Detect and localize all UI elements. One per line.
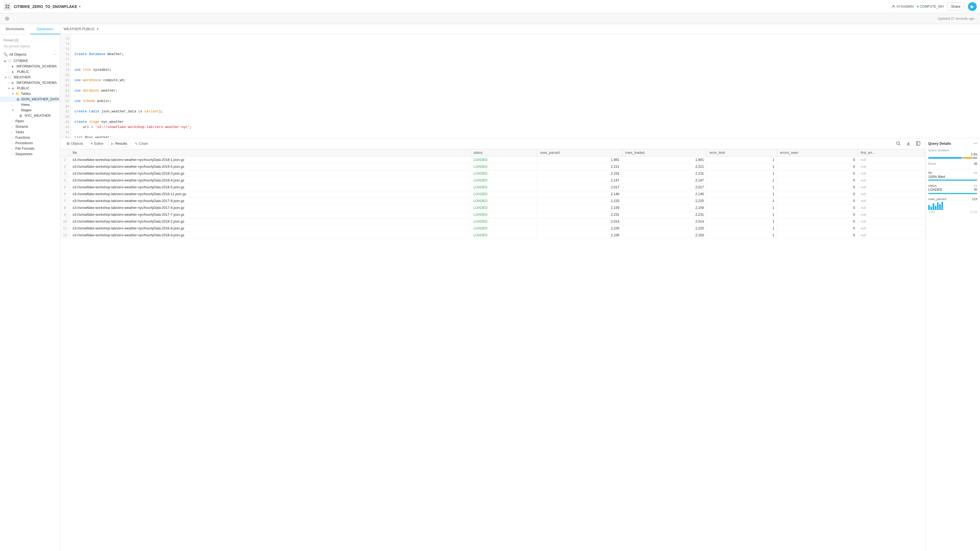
results-panel: ⊞ Objects ≡ Editor ▷ Results ∿: [60, 138, 980, 551]
mini-bar-5: [937, 202, 939, 210]
col-header-status[interactable]: status: [471, 149, 537, 156]
tree-item-pipes[interactable]: › Pipes: [0, 118, 60, 124]
cell-rows-parsed: 2,140: [537, 191, 622, 197]
objects-tab-btn[interactable]: ⊞ Objects: [64, 140, 86, 147]
cell-status: LOADED: [471, 225, 537, 232]
folder-icon: 📁: [15, 92, 20, 96]
tree-item-nyc-weather[interactable]: ▦ NYC_WEATHER: [0, 113, 60, 118]
col-header-rows-parsed[interactable]: rows_parsed: [537, 149, 622, 156]
cell-rownum: 10: [60, 218, 70, 225]
results-icon: ▷: [111, 142, 114, 146]
run-button[interactable]: ▶: [968, 2, 977, 11]
table-icon: ▦: [16, 97, 19, 101]
expand-button[interactable]: [914, 140, 922, 148]
toolbar2: Updated 27 seconds ago ↑: [0, 13, 980, 24]
tree-item-sequences[interactable]: › Sequences: [0, 151, 60, 157]
tab-databases[interactable]: Databases: [30, 24, 60, 34]
col-status-count: 36: [974, 188, 977, 193]
tree-item-json-weather-data[interactable]: ▦ JSON_WEATHER_DATA: [0, 97, 60, 102]
tree-item-citibike[interactable]: ▶ ⬡ CITIBIKE: [0, 58, 60, 64]
tasks-label: Tasks: [15, 130, 24, 134]
tree-item-tasks[interactable]: › Tasks: [0, 129, 60, 135]
objects-label: Objects: [71, 142, 83, 146]
tree-item-stages[interactable]: ▼ Stages: [0, 107, 60, 113]
expand-icon: ›: [11, 120, 14, 123]
warehouse-info: COMPUTE_WH: [917, 5, 944, 8]
results-tab-btn[interactable]: ▷ Results: [108, 140, 130, 147]
code-content[interactable]: Create Database Weather; use role sysadm…: [71, 34, 980, 138]
table-row: 4 s3://snowflake-workshop-lab/zero-weath…: [60, 177, 925, 184]
col-header-file[interactable]: file: [70, 149, 470, 156]
cell-rownum: 12: [60, 232, 70, 239]
tree-item-views[interactable]: › Views: [0, 102, 60, 107]
col-header-error-limit[interactable]: error_limit: [707, 149, 777, 156]
editor-tab-btn[interactable]: ≡ Editor: [88, 140, 107, 147]
search-button[interactable]: [894, 140, 902, 148]
chart-tab-btn[interactable]: ∿ Chart: [132, 140, 151, 147]
weather-info-schema-label: INFORMATION_SCHEMA: [16, 81, 57, 85]
download-button[interactable]: [904, 140, 912, 148]
cell-rownum: 6: [60, 191, 70, 197]
tree-item-citibike-info-schema[interactable]: › ◈ INFORMATION_SCHEMA: [0, 64, 60, 69]
tree-item-tables[interactable]: ▼ 📁 Tables: [0, 91, 60, 97]
tree-item-procedures[interactable]: › Procedures: [0, 140, 60, 146]
tree-item-functions[interactable]: › Functions: [0, 135, 60, 140]
query-details-more-icon[interactable]: ···: [974, 141, 977, 146]
rows-metric: Rows 36: [928, 162, 977, 166]
cell-error-limit: 1: [707, 211, 777, 218]
col-rows-parsed-metric: rows_parsed 123: [928, 197, 977, 213]
cell-file: s3://snowflake-workshop-lab/zero-weather…: [70, 204, 470, 211]
citibike-info-schema-label: INFORMATION_SCHEMA: [16, 64, 57, 68]
sidebar-tabs: Worksheets Databases: [0, 24, 60, 35]
tree-item-streams[interactable]: › Streams: [0, 124, 60, 129]
table-header: file status rows_parsed rows_loaded erro…: [60, 149, 925, 156]
tab-worksheets[interactable]: Worksheets: [0, 24, 30, 34]
cell-rows-parsed: 2,231: [537, 170, 622, 177]
tree-item-weather[interactable]: ▼ ⬡ WEATHER: [0, 75, 60, 80]
tree-item-citibike-public[interactable]: › ◈ PUBLIC: [0, 69, 60, 75]
table-row: 6 s3://snowflake-workshop-lab/zero-weath…: [60, 191, 925, 197]
tree-item-weather-info-schema[interactable]: › ◈ INFORMATION_SCHEMA: [0, 80, 60, 86]
all-objects-row[interactable]: 🔍 All Objects ···: [0, 51, 60, 58]
query-duration-metric: Query duration 1.6s: [928, 148, 977, 159]
mini-chart-max: 2,232: [970, 210, 977, 213]
tree-item-file-formats[interactable]: › File Formats: [0, 146, 60, 151]
table-row: 9 s3://snowflake-workshop-lab/zero-weath…: [60, 211, 925, 218]
col-header-rows-loaded[interactable]: rows_loaded: [622, 149, 707, 156]
editor-schema[interactable]: WEATHER.PUBLIC ▼: [64, 27, 99, 31]
query-details-title: Query Details: [928, 142, 951, 146]
cell-file: s3://snowflake-workshop-lab/zero-weather…: [70, 156, 470, 163]
status-dot: [917, 6, 919, 7]
cell-status: LOADED: [471, 156, 537, 163]
cell-rows-parsed: 2,159: [537, 204, 622, 211]
share-button[interactable]: Share: [947, 2, 965, 10]
all-objects-more-icon[interactable]: ···: [53, 52, 57, 57]
app-title[interactable]: CITIBIKE_ZERO_TO_SNOWFLAKE ▼: [14, 5, 81, 9]
cell-first-error: null: [858, 170, 925, 177]
chart-label: Chart: [139, 142, 148, 146]
topbar: CITIBIKE_ZERO_TO_SNOWFLAKE ▼ SYSADMIN CO…: [0, 0, 980, 13]
cell-error-limit: 1: [707, 204, 777, 211]
svg-point-5: [897, 142, 899, 145]
tree-item-weather-public[interactable]: ▼ ◈ PUBLIC: [0, 86, 60, 91]
cell-status: LOADED: [471, 177, 537, 184]
cell-file: s3://snowflake-workshop-lab/zero-weather…: [70, 184, 470, 191]
cell-first-error: null: [858, 218, 925, 225]
query-details-panel: Query Details ··· Query duration 1.6s: [925, 138, 980, 551]
schema-icon: ◈: [11, 81, 15, 85]
table-row: 10 s3://snowflake-workshop-lab/zero-weat…: [60, 218, 925, 225]
pinned-label: Pinned (0): [3, 38, 18, 42]
query-details-header: Query Details ···: [928, 141, 977, 146]
results-toolbar-right: [894, 140, 922, 148]
expand-icon: ›: [11, 136, 14, 139]
code-editor[interactable]: 73 74 75 76 77 78 79 80 81 82 83 84 85 8…: [60, 34, 980, 138]
settings-button[interactable]: [3, 15, 11, 22]
cell-error-limit: 1: [707, 191, 777, 197]
expand-icon: ›: [11, 131, 14, 134]
app-logo[interactable]: [3, 2, 11, 11]
cell-error-limit: 1: [707, 163, 777, 170]
mini-bar-7: [941, 202, 943, 210]
cell-errors-seen: 0: [777, 156, 858, 163]
col-header-first-error[interactable]: first_err...: [858, 149, 925, 156]
col-header-errors-seen[interactable]: errors_seen: [777, 149, 858, 156]
